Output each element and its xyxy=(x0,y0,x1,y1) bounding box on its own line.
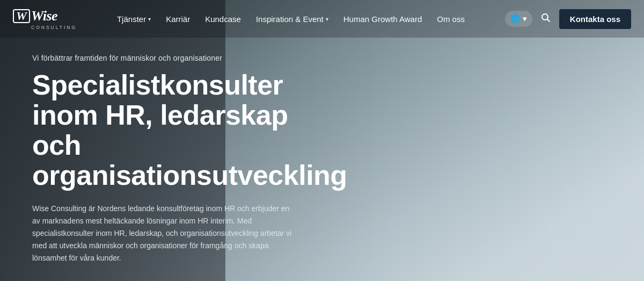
logo[interactable]: W Wise CONSULTING xyxy=(13,8,77,30)
hero-content: Vi förbättrar framtiden för människor oc… xyxy=(32,54,333,281)
search-button[interactable] xyxy=(537,10,555,28)
globe-icon: 🌐 xyxy=(510,14,521,24)
language-selector[interactable]: 🌐 ▾ xyxy=(505,11,532,27)
logo-box: W xyxy=(13,9,30,23)
logo-wise-text: Wise xyxy=(31,8,57,24)
logo-mark: W Wise xyxy=(13,8,77,24)
logo-w-letter: W xyxy=(16,9,27,23)
nav-item-inspiration[interactable]: Inspiration & Event ▾ xyxy=(250,11,335,27)
nav-actions: 🌐 ▾ Kontakta oss xyxy=(505,9,631,29)
chevron-down-icon: ▾ xyxy=(148,16,151,22)
navbar: W Wise CONSULTING Tjänster ▾ Karriär Kun… xyxy=(0,0,644,38)
nav-item-karriar[interactable]: Karriär xyxy=(159,11,196,27)
nav-links: Tjänster ▾ Karriär Kundcase Inspiration … xyxy=(77,11,505,27)
hero-section: W Wise CONSULTING Tjänster ▾ Karriär Kun… xyxy=(0,0,644,281)
nav-contact-button[interactable]: Kontakta oss xyxy=(559,9,631,29)
nav-item-human-growth[interactable]: Human Growth Award xyxy=(337,11,428,27)
svg-line-1 xyxy=(547,19,550,21)
hero-description: Wise Consulting är Nordens ledande konsu… xyxy=(32,203,295,264)
language-chevron: ▾ xyxy=(523,14,527,24)
chevron-down-icon-2: ▾ xyxy=(326,16,328,22)
nav-item-tjanster[interactable]: Tjänster ▾ xyxy=(111,11,157,27)
search-icon xyxy=(541,13,551,25)
hero-subtitle: Vi förbättrar framtiden för människor oc… xyxy=(32,54,333,62)
nav-item-om-oss[interactable]: Om oss xyxy=(430,11,471,27)
nav-item-kundcase[interactable]: Kundcase xyxy=(199,11,247,27)
logo-consulting-text: CONSULTING xyxy=(13,25,77,30)
hero-title: Specialistkonsulter inom HR, ledarskap o… xyxy=(32,70,333,191)
